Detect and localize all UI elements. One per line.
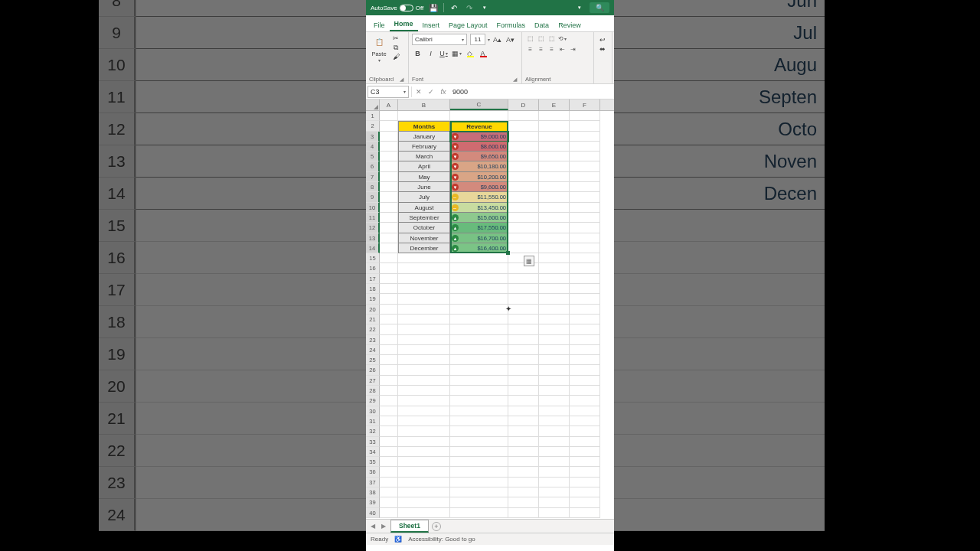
bold-button[interactable]: B: [412, 47, 423, 59]
row-header[interactable]: 9: [366, 192, 380, 202]
cell-B24[interactable]: [398, 345, 450, 355]
cell-F24[interactable]: [570, 345, 600, 355]
cell-A13[interactable]: [380, 233, 398, 243]
align-bottom-icon[interactable]: ⬚: [547, 34, 557, 43]
cell-D2[interactable]: [508, 121, 539, 131]
cell-C15[interactable]: [450, 253, 508, 263]
name-box[interactable]: C3▾: [368, 86, 409, 98]
cell-D20[interactable]: [508, 305, 539, 315]
fill-color-button[interactable]: ◇: [464, 47, 475, 59]
row-header[interactable]: 21: [366, 315, 380, 324]
cell-B22[interactable]: [398, 324, 450, 334]
cell-D12[interactable]: [508, 223, 539, 233]
cell-D6[interactable]: [508, 161, 539, 171]
align-top-icon[interactable]: ⬚: [525, 34, 535, 43]
cell-C13[interactable]: $16,700.00: [450, 233, 508, 243]
cell-F29[interactable]: [570, 396, 600, 406]
tab-home[interactable]: Home: [390, 18, 418, 31]
cell-C36[interactable]: [450, 467, 508, 477]
cell-F5[interactable]: [570, 152, 600, 161]
cell-E19[interactable]: [539, 294, 570, 304]
cell-B15[interactable]: [398, 253, 450, 263]
ribbon-mode-icon[interactable]: ▾: [574, 2, 585, 13]
cell-F34[interactable]: [570, 447, 600, 457]
cell-D23[interactable]: [508, 335, 539, 345]
row-header[interactable]: 25: [366, 355, 380, 365]
cell-F19[interactable]: [570, 294, 600, 304]
row-header[interactable]: 37: [366, 478, 380, 487]
row-header[interactable]: 28: [366, 386, 380, 396]
col-header-e[interactable]: E: [539, 99, 570, 110]
cell-C40[interactable]: [450, 508, 508, 518]
cell-F9[interactable]: [570, 192, 600, 202]
cell-A31[interactable]: [380, 416, 398, 426]
cell-E30[interactable]: [539, 406, 570, 416]
cell-F26[interactable]: [570, 365, 600, 375]
cell-F20[interactable]: [570, 305, 600, 315]
tab-pagelayout[interactable]: Page Layout: [444, 19, 492, 31]
cell-F16[interactable]: [570, 263, 600, 273]
col-header-c[interactable]: C: [450, 99, 508, 110]
cell-E28[interactable]: [539, 386, 570, 396]
row-header[interactable]: 15: [366, 253, 380, 263]
cell-A36[interactable]: [380, 467, 398, 477]
cell-B32[interactable]: [398, 426, 450, 436]
orientation-icon[interactable]: ⟲: [557, 34, 567, 43]
cell-E4[interactable]: [539, 142, 570, 152]
cell-A32[interactable]: [380, 426, 398, 436]
autosave-toggle[interactable]: AutoSave Off: [371, 5, 423, 11]
cell-F21[interactable]: [570, 315, 600, 324]
font-size-select[interactable]: 11: [470, 34, 485, 45]
tab-insert[interactable]: Insert: [418, 19, 445, 31]
tab-data[interactable]: Data: [530, 19, 554, 31]
cell-A35[interactable]: [380, 457, 398, 467]
align-left-icon[interactable]: ≡: [525, 44, 535, 54]
cell-F12[interactable]: [570, 223, 600, 233]
cell-C30[interactable]: [450, 406, 508, 416]
cell-A20[interactable]: [380, 305, 398, 315]
cell-C20[interactable]: [450, 305, 508, 315]
cell-A8[interactable]: [380, 182, 398, 192]
cell-B20[interactable]: [398, 305, 450, 315]
cell-A3[interactable]: [380, 132, 398, 142]
qat-dropdown-icon[interactable]: ▾: [479, 2, 490, 13]
cell-E31[interactable]: [539, 416, 570, 426]
cell-D26[interactable]: [508, 365, 539, 375]
cell-A6[interactable]: [380, 161, 398, 171]
cell-B2[interactable]: Months: [398, 121, 450, 131]
cell-B23[interactable]: [398, 335, 450, 345]
cell-E37[interactable]: [539, 478, 570, 487]
cell-C19[interactable]: [450, 294, 508, 304]
row-header[interactable]: 36: [366, 467, 380, 477]
cell-F36[interactable]: [570, 467, 600, 477]
cell-C26[interactable]: [450, 365, 508, 375]
cell-C25[interactable]: [450, 355, 508, 365]
cell-D14[interactable]: [508, 243, 539, 253]
cell-A23[interactable]: [380, 335, 398, 345]
cell-A21[interactable]: [380, 315, 398, 324]
cell-B3[interactable]: January: [398, 132, 450, 142]
cell-C3[interactable]: $9,000.00: [450, 132, 508, 142]
cell-D21[interactable]: [508, 315, 539, 324]
cell-F32[interactable]: [570, 426, 600, 436]
cell-C28[interactable]: [450, 386, 508, 396]
cell-A12[interactable]: [380, 223, 398, 233]
cell-B5[interactable]: March: [398, 152, 450, 161]
cell-D8[interactable]: [508, 182, 539, 192]
cell-F22[interactable]: [570, 324, 600, 334]
cell-D4[interactable]: [508, 142, 539, 152]
cell-B26[interactable]: [398, 365, 450, 375]
row-header[interactable]: 18: [366, 284, 380, 294]
cell-C31[interactable]: [450, 416, 508, 426]
cell-C23[interactable]: [450, 335, 508, 345]
cell-D33[interactable]: [508, 437, 539, 447]
cell-C38[interactable]: [450, 487, 508, 497]
cell-F6[interactable]: [570, 161, 600, 171]
cell-D29[interactable]: [508, 396, 539, 406]
cell-B37[interactable]: [398, 478, 450, 487]
col-header-b[interactable]: B: [398, 99, 450, 110]
sheet-tab[interactable]: Sheet1: [390, 520, 429, 533]
cell-B4[interactable]: February: [398, 142, 450, 152]
cell-B29[interactable]: [398, 396, 450, 406]
col-header-a[interactable]: A: [380, 99, 398, 110]
